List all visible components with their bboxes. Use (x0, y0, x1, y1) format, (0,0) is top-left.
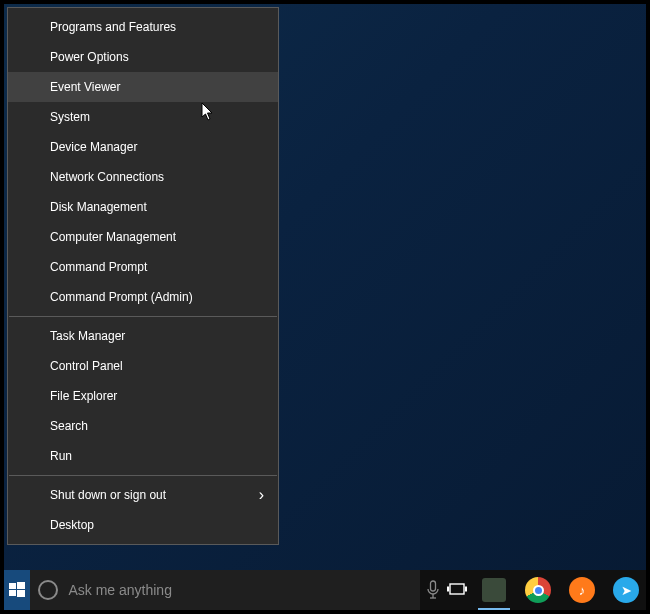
menu-file-explorer[interactable]: File Explorer (8, 381, 278, 411)
menu-item-label: Disk Management (50, 200, 147, 214)
app-telegram-icon: ➤ (613, 577, 639, 603)
menu-item-label: Control Panel (50, 359, 123, 373)
menu-computer-management[interactable]: Computer Management (8, 222, 278, 252)
chrome-icon (525, 577, 551, 603)
menu-item-label: Network Connections (50, 170, 164, 184)
task-view-icon (447, 582, 467, 598)
microphone-button[interactable] (420, 570, 444, 610)
menu-device-manager[interactable]: Device Manager (8, 132, 278, 162)
windows-logo-icon (9, 582, 25, 598)
search-box[interactable]: Ask me anything (30, 570, 420, 610)
app-music-icon: ♪ (569, 577, 595, 603)
taskbar-app-icons: ♪➤ (474, 570, 646, 610)
menu-programs-and-features[interactable]: Programs and Features (8, 12, 278, 42)
search-placeholder: Ask me anything (68, 582, 172, 598)
menu-separator (9, 475, 277, 476)
microphone-icon (426, 580, 440, 600)
menu-item-label: Programs and Features (50, 20, 176, 34)
menu-item-label: Computer Management (50, 230, 176, 244)
menu-system[interactable]: System (8, 102, 278, 132)
menu-event-viewer[interactable]: Event Viewer (8, 72, 278, 102)
svg-rect-3 (17, 590, 25, 597)
svg-rect-2 (9, 590, 16, 596)
menu-item-label: Event Viewer (50, 80, 120, 94)
menu-item-label: Run (50, 449, 72, 463)
menu-shut-down-or-sign-out[interactable]: Shut down or sign out› (8, 480, 278, 510)
menu-control-panel[interactable]: Control Panel (8, 351, 278, 381)
taskbar: Ask me anything ♪➤ (4, 570, 646, 610)
app-music[interactable]: ♪ (562, 570, 602, 610)
svg-rect-8 (447, 587, 449, 592)
winx-context-menu: Programs and FeaturesPower OptionsEvent … (7, 7, 279, 545)
svg-rect-1 (17, 582, 25, 589)
menu-item-label: Task Manager (50, 329, 125, 343)
menu-item-label: Command Prompt (Admin) (50, 290, 193, 304)
svg-rect-9 (465, 587, 467, 592)
menu-item-label: Desktop (50, 518, 94, 532)
menu-disk-management[interactable]: Disk Management (8, 192, 278, 222)
svg-rect-4 (430, 581, 435, 591)
menu-search[interactable]: Search (8, 411, 278, 441)
menu-item-label: Search (50, 419, 88, 433)
start-button[interactable] (4, 570, 30, 610)
menu-task-manager[interactable]: Task Manager (8, 321, 278, 351)
menu-run[interactable]: Run (8, 441, 278, 471)
menu-power-options[interactable]: Power Options (8, 42, 278, 72)
menu-item-label: Command Prompt (50, 260, 147, 274)
menu-separator (9, 316, 277, 317)
app-telegram[interactable]: ➤ (606, 570, 646, 610)
svg-rect-0 (9, 583, 16, 589)
menu-item-label: File Explorer (50, 389, 117, 403)
menu-command-prompt-admin[interactable]: Command Prompt (Admin) (8, 282, 278, 312)
menu-desktop[interactable]: Desktop (8, 510, 278, 540)
app-chrome[interactable] (518, 570, 558, 610)
menu-command-prompt[interactable]: Command Prompt (8, 252, 278, 282)
menu-item-label: Device Manager (50, 140, 137, 154)
menu-network-connections[interactable]: Network Connections (8, 162, 278, 192)
app-unknown-icon (482, 578, 506, 602)
svg-rect-7 (450, 584, 464, 594)
task-view-button[interactable] (445, 570, 470, 610)
cortana-icon (38, 580, 58, 600)
app-unknown[interactable] (474, 570, 514, 610)
menu-item-label: System (50, 110, 90, 124)
menu-item-label: Power Options (50, 50, 129, 64)
chevron-right-icon: › (259, 480, 264, 510)
menu-item-label: Shut down or sign out (50, 488, 166, 502)
desktop-background: Programs and FeaturesPower OptionsEvent … (4, 4, 646, 610)
